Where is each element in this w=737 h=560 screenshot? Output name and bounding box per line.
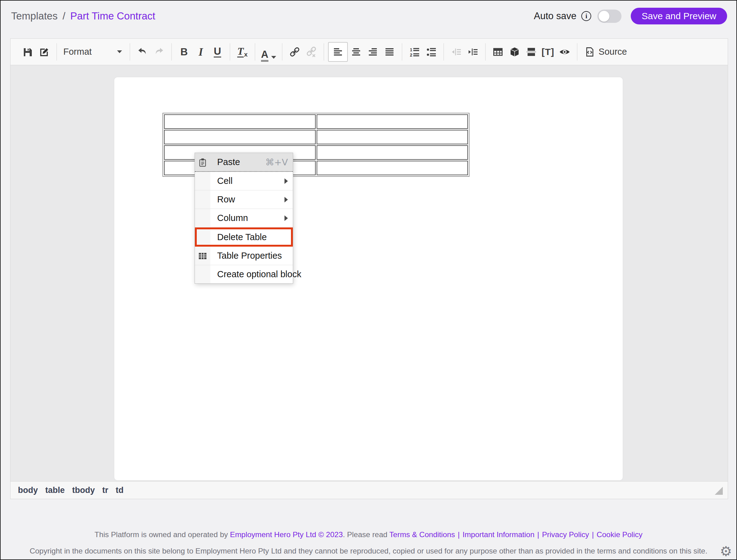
menu-icon-gutter	[195, 247, 210, 265]
insert-link-button[interactable]	[286, 42, 303, 62]
numbered-list-button[interactable]: 1 2	[406, 42, 423, 62]
breadcrumb: Templates / Part Time Contract	[11, 10, 155, 22]
undo-icon	[137, 47, 148, 57]
menu-icon-gutter	[195, 265, 210, 283]
menu-icon-gutter	[195, 153, 210, 171]
token-button[interactable]: [T]	[540, 42, 556, 62]
footer: This Platform is owned and operated by E…	[1, 531, 736, 555]
svg-text:1: 1	[410, 47, 412, 52]
bulleted-list-button[interactable]	[423, 42, 439, 62]
footer-link-company[interactable]: Employment Hero Pty Ltd © 2023	[230, 530, 343, 539]
footer-link-privacy-policy[interactable]: Privacy Policy	[542, 530, 589, 539]
underline-button[interactable]: U	[209, 42, 226, 62]
rich-text-editor: Format B I U	[10, 38, 728, 499]
menu-item-label: Create optional block	[217, 269, 301, 279]
menu-item-cell[interactable]: Cell	[195, 172, 293, 190]
format-dropdown[interactable]: Format	[61, 42, 126, 62]
path-table[interactable]: table	[45, 486, 65, 495]
footer-line-2: Copyright in the documents on this site …	[1, 547, 736, 555]
decrease-indent-icon	[451, 47, 461, 57]
table-properties-icon	[198, 251, 207, 261]
align-left-button[interactable]	[328, 42, 348, 62]
footer-separator: |	[537, 530, 539, 539]
increase-indent-button[interactable]	[464, 42, 481, 62]
breadcrumb-separator: /	[62, 10, 65, 22]
table-cell[interactable]	[164, 114, 316, 129]
table-cell[interactable]	[317, 145, 468, 160]
autosave-label: Auto save	[534, 11, 576, 22]
toolbar-separator	[485, 43, 485, 61]
table-context-menu: Paste ⌘+V Cell Row Column Delete Table	[195, 153, 293, 284]
document-page[interactable]	[114, 77, 623, 480]
footer-separator: |	[458, 530, 459, 539]
path-tr[interactable]: tr	[102, 486, 108, 495]
resize-grip-icon[interactable]	[715, 487, 723, 495]
submenu-arrow-icon	[285, 197, 288, 202]
menu-item-row[interactable]: Row	[195, 190, 293, 209]
align-center-icon	[351, 47, 362, 57]
preview-button[interactable]	[556, 42, 573, 62]
toggle-knob	[599, 11, 609, 22]
breadcrumb-templates[interactable]: Templates	[11, 10, 57, 22]
content-block-button[interactable]	[506, 42, 523, 62]
menu-item-create-optional-block[interactable]: Create optional block	[195, 265, 293, 283]
undo-button[interactable]	[134, 42, 151, 62]
format-dropdown-label: Format	[63, 47, 92, 57]
remove-format-button[interactable]: T x	[234, 42, 251, 62]
edit-pencil-icon	[39, 47, 49, 57]
menu-item-paste[interactable]: Paste ⌘+V	[195, 153, 293, 171]
redo-button[interactable]	[151, 42, 167, 62]
path-tbody[interactable]: tbody	[72, 486, 95, 495]
menu-item-table-properties[interactable]: Table Properties	[195, 247, 293, 265]
paste-icon	[198, 157, 208, 167]
table-cell[interactable]	[317, 161, 468, 175]
floppy-disk-icon	[22, 47, 33, 57]
menu-item-label: Cell	[217, 176, 233, 186]
toolbar-separator	[402, 43, 402, 61]
bold-button[interactable]: B	[176, 42, 193, 62]
bold-icon: B	[180, 47, 188, 57]
table-cell[interactable]	[164, 130, 316, 144]
menu-icon-gutter	[195, 227, 210, 247]
eye-icon	[559, 46, 570, 57]
paste-shortcut: ⌘+V	[265, 157, 288, 168]
justify-button[interactable]	[381, 42, 398, 62]
source-button[interactable]: Source	[581, 42, 630, 62]
footer-link-terms[interactable]: Terms & Conditions	[389, 530, 455, 539]
align-right-button[interactable]	[365, 42, 381, 62]
path-body[interactable]: body	[18, 486, 38, 495]
menu-icon-gutter	[195, 209, 210, 227]
footer-link-important-information[interactable]: Important Information	[462, 530, 534, 539]
table-row	[164, 114, 468, 129]
edit-template-button[interactable]	[36, 42, 53, 62]
gear-icon[interactable]: ⚙	[720, 545, 732, 558]
table-cell[interactable]	[317, 130, 468, 144]
info-icon[interactable]: i	[581, 11, 591, 21]
save-and-preview-button[interactable]: Save and Preview	[631, 8, 727, 24]
italic-button[interactable]: I	[193, 42, 209, 62]
unlink-button[interactable]	[303, 42, 320, 62]
toolbar-separator	[282, 43, 282, 61]
chevron-down-icon	[271, 56, 276, 59]
align-center-button[interactable]	[348, 42, 365, 62]
increase-indent-icon	[468, 47, 478, 57]
footer-separator: |	[592, 530, 594, 539]
table-cell[interactable]	[317, 114, 468, 129]
footer-text: This Platform is owned and operated by	[95, 530, 230, 539]
text-color-button[interactable]: A	[259, 42, 278, 62]
app-window: Templates / Part Time Contract Auto save…	[0, 0, 737, 560]
autosave-toggle[interactable]	[597, 10, 621, 23]
menu-item-delete-table[interactable]: Delete Table	[195, 227, 293, 247]
footer-link-cookie-policy[interactable]: Cookie Policy	[597, 530, 642, 539]
toolbar-separator	[230, 43, 230, 61]
text-color-icon: A	[261, 49, 269, 62]
decrease-indent-button[interactable]	[448, 42, 464, 62]
save-template-button[interactable]	[19, 42, 36, 62]
path-td[interactable]: td	[116, 486, 124, 495]
editor-canvas	[11, 65, 728, 481]
redo-icon	[154, 47, 164, 57]
menu-item-column[interactable]: Column	[195, 209, 293, 227]
page-break-button[interactable]	[523, 42, 540, 62]
table-icon	[493, 47, 503, 57]
insert-table-button[interactable]	[489, 42, 506, 62]
